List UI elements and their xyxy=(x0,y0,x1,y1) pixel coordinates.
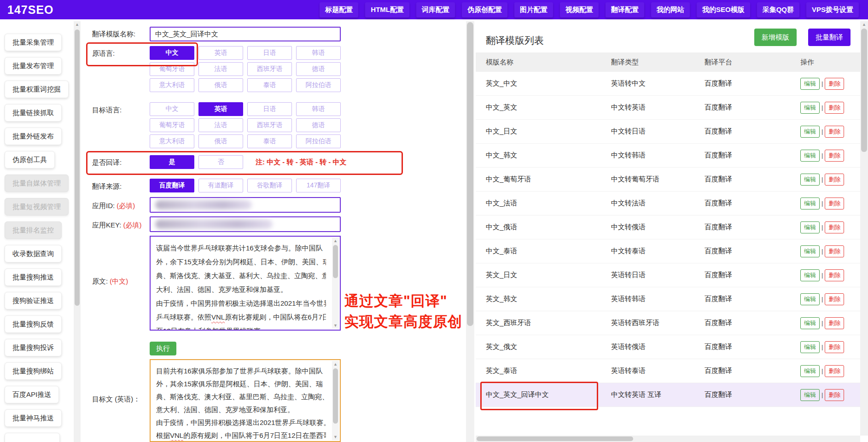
target-lang-option[interactable]: 韩语 xyxy=(296,102,341,116)
target-lang-option[interactable]: 英语 xyxy=(198,102,243,116)
translate-source-option[interactable]: 147翻译 xyxy=(296,179,341,192)
target-lang-option[interactable]: 德语 xyxy=(296,118,341,132)
source-lang-option[interactable]: 日语 xyxy=(247,46,292,60)
target-lang-option[interactable]: 日语 xyxy=(247,102,292,116)
edit-button[interactable]: 编辑 xyxy=(800,221,820,233)
sidebar-button[interactable]: 批量搜狗投诉 xyxy=(5,339,62,356)
nav-menu-item[interactable]: VPS拨号设置 xyxy=(806,2,859,17)
target-lang-option[interactable]: 葡萄牙语 xyxy=(150,118,194,132)
scrollbar-thumb[interactable] xyxy=(467,22,473,326)
sidebar-button[interactable] xyxy=(5,433,60,442)
target-lang-option[interactable]: 意大利语 xyxy=(150,134,194,148)
nav-menu-item[interactable]: HTML配置 xyxy=(365,2,409,17)
delete-button[interactable]: 删除 xyxy=(825,317,844,329)
source-lang-option[interactable]: 葡萄牙语 xyxy=(150,62,194,76)
edit-button[interactable]: 编辑 xyxy=(800,102,820,114)
translate-source-option[interactable]: 百度翻译 xyxy=(150,179,194,192)
add-template-button[interactable]: 新增模版 xyxy=(754,29,797,46)
sidebar-button[interactable]: 伪原创工具 xyxy=(5,151,55,169)
sidebar-button[interactable]: 批量神马推送 xyxy=(5,409,62,427)
scroll-down-icon[interactable]: ▼ xyxy=(332,434,339,440)
sidebar-scrollbar[interactable]: ▲ xyxy=(74,21,81,442)
edit-button[interactable]: 编辑 xyxy=(800,126,820,138)
edit-button[interactable]: 编辑 xyxy=(800,245,820,257)
sidebar-button[interactable]: 搜狗验证推送 xyxy=(5,292,62,309)
sidebar-button[interactable]: 批量发布管理 xyxy=(5,57,62,75)
app-key-input[interactable] xyxy=(150,216,341,232)
delete-button[interactable]: 删除 xyxy=(825,150,844,162)
edit-button[interactable]: 编辑 xyxy=(800,317,820,329)
nav-menu-item[interactable]: 我的网站 xyxy=(651,2,690,17)
execute-button[interactable]: 执行 xyxy=(150,342,176,355)
sidebar-button[interactable]: 批量外链发布 xyxy=(5,128,62,145)
target-lang-option[interactable]: 法语 xyxy=(198,118,243,132)
target-textarea[interactable]: 目前共有16家俱乐部参加了世界乒乓球联赛。除中国队 外，其余15家俱乐部是阿根廷… xyxy=(150,359,341,442)
sidebar-button[interactable]: 批量链接抓取 xyxy=(5,104,62,122)
source-lang-option[interactable]: 意大利语 xyxy=(150,78,194,92)
template-name-input[interactable]: 中文_英文_回译中文 xyxy=(150,27,341,41)
scrollbar-thumb[interactable] xyxy=(477,436,633,441)
delete-button[interactable]: 删除 xyxy=(825,78,844,90)
nav-menu-item[interactable]: 视频配置 xyxy=(560,2,599,17)
delete-button[interactable]: 删除 xyxy=(825,126,844,138)
delete-button[interactable]: 删除 xyxy=(825,293,844,305)
original-textarea-scrollbar[interactable]: ▲ ▼ xyxy=(332,238,339,329)
target-textarea-scrollbar[interactable]: ▲ ▼ xyxy=(332,361,339,440)
target-lang-option[interactable]: 西班牙语 xyxy=(247,118,292,132)
edit-button[interactable]: 编辑 xyxy=(800,341,820,353)
right-panel-scrollbar[interactable]: ▲ xyxy=(860,21,868,436)
edit-button[interactable]: 编辑 xyxy=(800,78,820,90)
delete-button[interactable]: 删除 xyxy=(825,365,844,377)
source-lang-option[interactable]: 西班牙语 xyxy=(247,62,292,76)
scroll-up-icon[interactable]: ▲ xyxy=(332,238,339,244)
edit-button[interactable]: 编辑 xyxy=(800,269,820,281)
target-lang-option[interactable]: 泰语 xyxy=(247,134,292,148)
sidebar-button[interactable]: 收录数据查询 xyxy=(5,245,62,262)
sidebar-button[interactable]: 百度API推送 xyxy=(5,386,59,403)
nav-menu-item[interactable]: 标题配置 xyxy=(320,2,358,17)
target-lang-option[interactable]: 中文 xyxy=(150,102,194,116)
original-textarea[interactable]: 该届当今世界乒乓球联赛共计16支球会参与。除中国队 外，余下15支球会分别为阿根… xyxy=(150,236,341,331)
sidebar-button[interactable]: 批量采集管理 xyxy=(5,34,62,51)
app-id-input[interactable] xyxy=(150,197,341,213)
nav-menu-item[interactable]: 图片配置 xyxy=(514,2,553,17)
back-translate-option[interactable]: 是 xyxy=(150,155,194,169)
edit-button[interactable]: 编辑 xyxy=(800,365,820,377)
scrollbar-thumb[interactable] xyxy=(333,368,338,424)
horizontal-scrollbar[interactable] xyxy=(476,436,860,442)
sidebar-button[interactable]: 批量搜狗反馈 xyxy=(5,315,62,333)
source-lang-option[interactable]: 泰语 xyxy=(247,78,292,92)
sidebar-button[interactable]: 批量短视频管理 xyxy=(5,198,69,215)
scroll-up-icon[interactable]: ▲ xyxy=(332,361,339,367)
scrollbar-thumb[interactable] xyxy=(861,29,867,152)
delete-button[interactable]: 删除 xyxy=(825,269,844,281)
back-translate-option[interactable]: 否 xyxy=(198,155,243,169)
translate-source-option[interactable]: 有道翻译 xyxy=(198,179,243,192)
scroll-down-icon[interactable]: ▼ xyxy=(332,322,339,329)
edit-button[interactable]: 编辑 xyxy=(800,198,820,209)
form-panel-scrollbar[interactable] xyxy=(466,21,474,442)
target-lang-option[interactable]: 俄语 xyxy=(198,134,243,148)
sidebar-button[interactable]: 批量权重词挖掘 xyxy=(5,81,69,98)
source-lang-option[interactable]: 法语 xyxy=(198,62,243,76)
delete-button[interactable]: 删除 xyxy=(825,341,844,353)
scroll-up-icon[interactable]: ▲ xyxy=(860,21,868,28)
delete-button[interactable]: 删除 xyxy=(825,102,844,114)
delete-button[interactable]: 删除 xyxy=(825,174,844,186)
sidebar-button[interactable]: 批量搜狗推送 xyxy=(5,268,62,286)
sidebar-button[interactable]: 批量排名监控 xyxy=(5,221,62,239)
source-lang-option[interactable]: 中文 xyxy=(150,46,194,60)
delete-button[interactable]: 删除 xyxy=(825,245,844,257)
batch-translate-button[interactable]: 批量翻译 xyxy=(808,29,851,46)
nav-menu-item[interactable]: 我的SEO模版 xyxy=(697,2,750,17)
nav-menu-item[interactable]: 采集QQ群 xyxy=(757,2,799,17)
edit-button[interactable]: 编辑 xyxy=(800,174,820,186)
nav-menu-item[interactable]: 词库配置 xyxy=(416,2,455,17)
edit-button[interactable]: 编辑 xyxy=(800,389,820,401)
edit-button[interactable]: 编辑 xyxy=(800,293,820,305)
scrollbar-thumb[interactable] xyxy=(333,245,338,278)
target-lang-option[interactable]: 阿拉伯语 xyxy=(296,134,341,148)
delete-button[interactable]: 删除 xyxy=(825,389,844,401)
source-lang-option[interactable]: 德语 xyxy=(296,62,341,76)
sidebar-button[interactable]: 批量搜狗绑站 xyxy=(5,362,62,380)
